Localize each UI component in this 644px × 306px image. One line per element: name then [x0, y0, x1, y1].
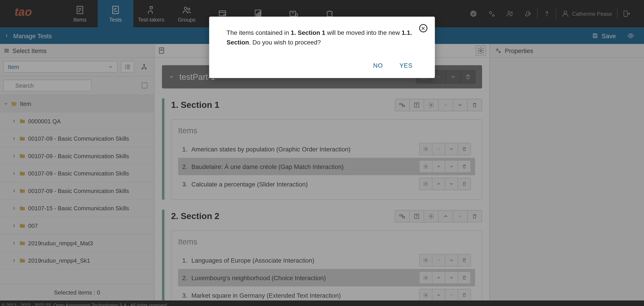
- modal-text-b1: 1. Section 1: [291, 29, 325, 36]
- modal-yes-btn[interactable]: YES: [399, 62, 412, 69]
- modal-text-post: . Do you wish to proceed?: [249, 38, 321, 45]
- modal-text-mid: will be moved into the new: [325, 29, 402, 36]
- modal-text: The items contained in 1. Section 1 will…: [226, 28, 417, 47]
- modal-close-btn[interactable]: ✕: [419, 24, 428, 32]
- modal-text-pre: The items contained in: [226, 29, 290, 36]
- modal-no-btn[interactable]: NO: [373, 62, 383, 69]
- confirm-modal: ✕ The items contained in 1. Section 1 wi…: [209, 17, 435, 78]
